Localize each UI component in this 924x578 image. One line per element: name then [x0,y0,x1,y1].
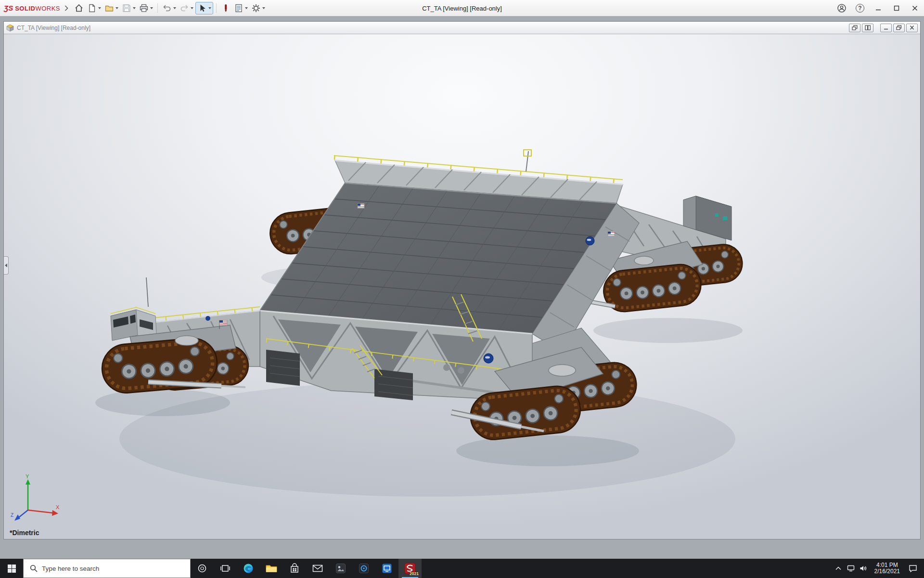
media-player-icon [359,563,369,574]
redo-dropdown-caret[interactable] [191,7,193,9]
taskbar-clock[interactable]: 4:01 PM 2/16/2021 [870,562,905,575]
print-button[interactable] [138,2,154,14]
search-input[interactable] [42,565,177,572]
undo-dropdown-caret[interactable] [173,7,176,9]
print-dropdown-caret[interactable] [150,7,153,9]
select-button[interactable] [195,2,213,14]
solidworks-logo: ƷS SOLIDWORKS [4,4,60,12]
mail-icon [312,564,323,573]
solidworks-taskbar-button[interactable]: 2021 [398,559,422,578]
brand-bold: SOLID [15,5,35,12]
photos-button[interactable] [329,559,352,578]
assembly-document-icon [6,24,14,32]
properties-sheet-button[interactable] [232,2,249,14]
movies-tv-icon [382,563,392,574]
toolbar-separator [157,3,158,13]
document-titlebar[interactable]: CT_TA [Viewing] [Read-only] [4,22,920,34]
account-button[interactable] [833,0,851,16]
properties-dropdown-caret[interactable] [245,7,248,9]
view-orientation-label: *Dimetric [10,529,39,537]
photos-icon [335,563,346,574]
undo-button[interactable] [161,2,178,14]
windows-logo-icon [8,565,16,573]
store-icon [290,563,299,574]
open-button[interactable] [103,2,120,14]
file-explorer-button[interactable] [260,559,283,578]
help-icon: ? [856,4,864,13]
help-button[interactable]: ? [851,0,869,16]
menu-expand-chevron-icon[interactable] [63,3,70,13]
options-button[interactable] [250,2,267,14]
store-button[interactable] [283,559,306,578]
close-button[interactable] [906,0,924,16]
network-icon[interactable] [845,559,857,578]
clock-date: 2/16/2021 [874,568,900,575]
solidworks-logo-mark: ƷS [4,4,13,12]
solidworks-screen: ƷS SOLIDWORKS [0,0,924,578]
open-dropdown-caret[interactable] [116,7,118,9]
edge-icon [243,563,254,574]
options-dropdown-caret[interactable] [262,7,265,9]
doc-minimize-button[interactable] [880,24,892,32]
document-title: CT_TA [Viewing] [Read-only] [17,25,90,31]
start-button[interactable] [0,559,23,578]
task-view-button[interactable] [214,559,237,578]
graphics-viewport[interactable]: Y X Z *Dimetric [4,34,920,539]
hidden-icons-chevron[interactable] [832,559,845,578]
cortana-button[interactable] [191,559,214,578]
action-center-button[interactable] [905,559,921,578]
system-tray: 4:01 PM 2/16/2021 [832,559,924,578]
doc-cascade-button[interactable] [849,24,860,32]
titlebar-right-controls: ? [833,0,924,16]
crawler-transporter-model [4,34,920,539]
search-icon [30,565,38,572]
minimize-button[interactable] [869,0,887,16]
file-explorer-icon [266,564,277,573]
redo-button[interactable] [178,2,195,14]
triad-z-label: Z [11,512,13,518]
doc-close-button[interactable] [906,24,918,32]
triad-x-label: X [56,504,60,510]
doc-restore-button[interactable] [893,24,905,32]
edge-button[interactable] [237,559,260,578]
app-titlebar: ƷS SOLIDWORKS [0,0,924,16]
app-client-area: CT_TA [Viewing] [Read-only] [0,17,924,559]
movies-tv-button[interactable] [375,559,398,578]
feature-tree-collapse-tab[interactable] [4,256,9,275]
toolbar-separator [216,3,217,13]
cortana-icon [197,564,207,573]
brand-rest: WORKS [35,5,60,12]
document-window-controls [849,24,918,32]
orientation-triad[interactable]: Y X Z [10,473,63,525]
maximize-button[interactable] [887,0,906,16]
save-button[interactable] [120,2,137,14]
home-button[interactable] [73,2,85,14]
triad-y-label: Y [26,473,29,479]
select-dropdown-caret[interactable] [208,7,211,9]
windows-taskbar: 2021 4:01 PM 2/16/2021 [0,559,924,578]
mail-button[interactable] [306,559,329,578]
media-player-button[interactable] [352,559,375,578]
clock-time: 4:01 PM [874,562,900,569]
new-document-dropdown-caret[interactable] [98,7,101,9]
pen-mode-icon[interactable] [219,2,232,14]
volume-icon[interactable] [857,559,870,578]
task-view-icon [220,564,230,573]
taskbar-search[interactable] [23,559,191,578]
quick-access-toolbar [73,2,267,14]
save-dropdown-caret[interactable] [133,7,136,9]
solidworks-logo-text: SOLIDWORKS [15,5,60,12]
solidworks-version-badge: 2021 [410,571,419,576]
document-window: CT_TA [Viewing] [Read-only] [3,21,921,539]
new-document-button[interactable] [86,2,103,14]
doc-tile-button[interactable] [862,24,873,32]
